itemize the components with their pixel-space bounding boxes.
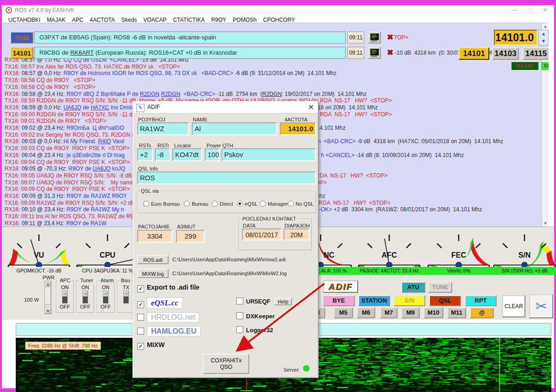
slider-up-icon[interactable]: ▲: [45, 281, 51, 287]
toggle-switch[interactable]: [62, 291, 68, 303]
macro-button-sn[interactable]: S/N: [393, 295, 425, 306]
memory-button-m7[interactable]: M7: [380, 307, 398, 318]
qsl-via-radio-manager[interactable]: Manager: [260, 201, 288, 207]
clear-button[interactable]: CLEAR: [502, 295, 525, 317]
checkbox-export[interactable]: ✓Export to .adi file: [137, 284, 200, 292]
gauge-label: CPU 3AGPU3KA: 11 %: [73, 267, 142, 275]
monitor-icon-button-14101[interactable]: [368, 47, 381, 59]
callsign-label: PO3YBHOJ: [138, 117, 165, 122]
checkbox-ur5eqf[interactable]: UR5EQFHelp: [236, 297, 292, 305]
azimuth-field[interactable]: 299: [176, 230, 205, 243]
qsl-via-radio-bureau[interactable]: Bureau: [184, 201, 208, 207]
slider-down-icon[interactable]: ▼: [45, 308, 51, 314]
macro-button-rpt[interactable]: RPT: [465, 295, 497, 306]
toggle-switch[interactable]: [82, 291, 88, 303]
qsl-via-radio-euro-bureau[interactable]: Euro Bureau: [143, 201, 180, 207]
checkbox-dxkeeper[interactable]: DXKeeper: [236, 312, 275, 320]
dialog-close-icon[interactable]: ✕: [308, 103, 314, 112]
macro-button-bye[interactable]: BYE: [322, 295, 355, 306]
toggle-switch[interactable]: [123, 291, 129, 303]
freq-button-14115[interactable]: 14115: [523, 47, 549, 60]
monitor-icon-button-7048[interactable]: [368, 32, 381, 44]
menu-item-4actota[interactable]: 4ACTOTA: [90, 17, 115, 23]
log-line: RX16: 09:11 @ 23,4 Hz: R9OY de RA1W: [5, 221, 107, 227]
qth-field[interactable]: Pskov: [221, 148, 316, 161]
gauge-label: GPOMKOCT: -16 dB: [4, 267, 74, 275]
scissors-button[interactable]: ✂: [529, 294, 553, 318]
menu-item-apc[interactable]: APC: [72, 17, 83, 23]
spinner-up-icon[interactable]: ▲: [539, 30, 548, 38]
macro-button-qsl[interactable]: QSL: [429, 295, 461, 306]
menu-item-cpohcory[interactable]: CPOHCORY: [263, 17, 295, 23]
gauge-cpu: CPUCPU 3AGPU3KA: 11 %: [73, 229, 142, 273]
menu-item-majak[interactable]: MAJAK: [47, 17, 65, 23]
menu-item-ctatictika[interactable]: CTATICTIKA: [173, 17, 204, 23]
qsl-info-field[interactable]: ROS: [137, 171, 316, 184]
ros-adi-button[interactable]: ROS.adi: [137, 255, 169, 264]
memory-button-m6[interactable]: M6: [357, 307, 375, 318]
freq-button-14103[interactable]: 14103: [492, 47, 519, 60]
qsl-via-radio-no-qsl[interactable]: No QSL: [288, 201, 314, 207]
majak-button[interactable]: MAJAK: [512, 62, 538, 70]
menu-item-skeds[interactable]: Skeds: [121, 17, 137, 23]
checkbox-icon: [236, 326, 243, 333]
macro-button-station[interactable]: STATION: [358, 295, 390, 306]
maximize-button[interactable]: ▢: [524, 6, 537, 14]
menu-item-voacap[interactable]: VOACAP: [143, 17, 166, 23]
adif-logo-button[interactable]: ADIF: [323, 280, 358, 293]
mixw-log-button[interactable]: MIXW.log: [137, 269, 169, 278]
toggle-group-alarm: AlarmONOFF: [97, 280, 114, 313]
band-badge-14101[interactable]: 14101: [10, 47, 33, 59]
memory-button-m10[interactable]: M10: [423, 307, 443, 318]
rsts-field[interactable]: +2: [137, 148, 153, 161]
pwr-slider[interactable]: ▲ ▼: [44, 281, 51, 314]
date-field[interactable]: 08/01/2017: [242, 228, 282, 240]
memory-button-m5[interactable]: M5: [334, 307, 353, 318]
menu-item-r9oy[interactable]: R9OY: [211, 17, 227, 23]
rig-button[interactable]: RIG: [541, 62, 549, 70]
tune-button[interactable]: TUNE: [428, 282, 452, 293]
monitor-message-14101[interactable]: R8CBG de RK6ART (European Russia): ROS16…: [34, 47, 346, 59]
band-field[interactable]: 20M: [284, 228, 310, 240]
window-title: ROS v7.4.0 by EA5HVK: [15, 7, 75, 13]
dialog-freq-field[interactable]: 14101.0: [280, 122, 316, 135]
minimize-button[interactable]: —: [508, 6, 522, 14]
slider-thumb[interactable]: [45, 288, 51, 304]
spinner-down-icon[interactable]: ▼: [539, 38, 548, 45]
qsl-via-radio-eqsl[interactable]: eQSL: [237, 201, 258, 207]
save-qso-button[interactable]: COXPAHITx QSO: [203, 354, 249, 374]
band-badge-7048[interactable]: 7048: [10, 32, 33, 44]
rsts-label: RSTs: [139, 143, 151, 148]
menu-item-pomosh[interactable]: POMOSh: [233, 17, 256, 23]
menu-item-uctahobki[interactable]: UCTAHOBKI: [8, 17, 40, 23]
scroll-up-icon[interactable]: ▲: [542, 23, 549, 30]
atu-button[interactable]: ATU: [401, 282, 425, 293]
callsign-field[interactable]: RA1WZ: [137, 122, 189, 135]
locator-field[interactable]: KO47dt: [172, 148, 202, 161]
memory-button-m9[interactable]: M9: [401, 307, 420, 318]
scroll-down-icon[interactable]: ▼: [542, 220, 549, 227]
checkbox-mixw[interactable]: ✓MIXW: [137, 341, 164, 350]
memory-button-at[interactable]: @: [470, 307, 494, 318]
close-button[interactable]: ✕: [538, 6, 552, 14]
monitor-message-7048[interactable]: G3PXT de EB5AG (Spain): ROS8 -6 dB in no…: [34, 32, 346, 44]
qsl-via-radio-direct[interactable]: Direct: [212, 201, 233, 207]
memory-button-m11[interactable]: M11: [447, 307, 466, 318]
distance-field[interactable]: 3304: [137, 230, 172, 243]
rstr-field[interactable]: -8: [155, 148, 171, 161]
checkbox-hamlog[interactable]: HAMLOG.EU: [137, 326, 201, 336]
checkbox-eqsl[interactable]: ✓eQSL.cc: [137, 297, 183, 309]
toggle-title: Alarm: [100, 278, 115, 283]
qsl-via-label: QSL via: [140, 188, 160, 194]
frequency-spinner[interactable]: ▲ ▼: [538, 30, 549, 45]
freq-button-14101[interactable]: 14101: [459, 47, 489, 60]
power-field[interactable]: 100: [205, 148, 220, 161]
checkbox-logger32[interactable]: Logger32: [236, 326, 273, 334]
title-bar: ROS v7.4.0 by EA5HVK — ▢ ✕: [2, 5, 554, 15]
delete-icon-7048[interactable]: ✖: [384, 32, 397, 44]
help-button[interactable]: Help: [274, 298, 292, 305]
name-field[interactable]: Al: [192, 122, 277, 135]
checkbox-hrdlog[interactable]: HRDLOG.net: [137, 312, 199, 322]
delete-icon-14101[interactable]: ✖: [384, 47, 397, 59]
toggle-switch[interactable]: [103, 291, 108, 303]
